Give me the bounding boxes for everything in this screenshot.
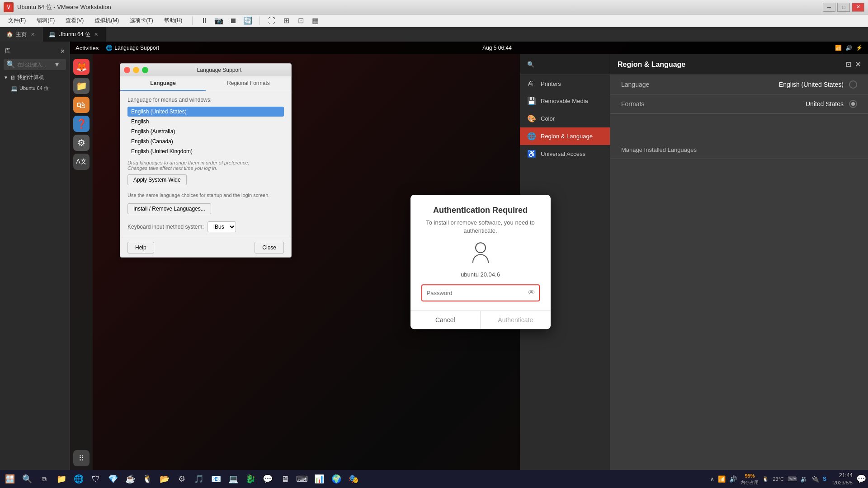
taskbar-browser[interactable]: 🌍 bbox=[328, 471, 344, 487]
network-taskbar-icon[interactable]: 📶 bbox=[718, 475, 726, 483]
cancel-button[interactable]: Cancel bbox=[410, 311, 481, 329]
taskbar-media[interactable]: 💎 bbox=[105, 471, 121, 487]
lang-item-en-uk[interactable]: English (United Kingdom) bbox=[127, 146, 284, 156]
lang-item-en-ca[interactable]: English (Canada) bbox=[127, 136, 284, 146]
dock-apps-icon[interactable]: ⠿ bbox=[73, 450, 90, 466]
eye-icon[interactable]: 👁 bbox=[524, 286, 539, 301]
tab-home[interactable]: 🏠 主页 ✕ bbox=[0, 27, 42, 42]
network-icon[interactable]: 📶 bbox=[835, 45, 842, 51]
taskbar-game[interactable]: 🐉 bbox=[242, 471, 259, 487]
taskbar-typing[interactable]: ⌨ bbox=[294, 471, 310, 487]
language-radio[interactable] bbox=[849, 80, 857, 89]
reset-button[interactable]: 🔄 bbox=[241, 15, 254, 26]
taskbar-folder[interactable]: 📂 bbox=[156, 471, 173, 487]
close-button[interactable]: ✕ bbox=[852, 3, 864, 12]
settings-printers[interactable]: 🖨 Printers bbox=[520, 75, 610, 92]
apply-system-wide-button[interactable]: Apply System-Wide bbox=[127, 174, 187, 185]
lang-maximize-button[interactable] bbox=[142, 67, 148, 73]
volume-taskbar-icon[interactable]: 🔊 bbox=[729, 475, 737, 483]
minimize-button[interactable]: ─ bbox=[823, 3, 835, 12]
manage-languages-row[interactable]: Manage Installed Languages bbox=[610, 141, 868, 159]
lang-item-en-us[interactable]: English (United States) bbox=[127, 107, 284, 117]
settings-color[interactable]: 🎨 Color bbox=[520, 110, 610, 127]
lang-item-en-au[interactable]: English (Australia) bbox=[127, 127, 284, 136]
maximize-button[interactable]: □ bbox=[837, 3, 850, 12]
taskbar-chat[interactable]: 💬 bbox=[259, 471, 276, 487]
dock-lang-icon[interactable]: A文 bbox=[73, 154, 90, 170]
power-indicator-icon[interactable]: ⚡ bbox=[856, 45, 863, 51]
menu-view[interactable]: 查看(V) bbox=[61, 16, 88, 25]
activities-button[interactable]: Activities bbox=[75, 45, 99, 52]
battery-taskbar-icon[interactable]: 🔌 bbox=[811, 475, 819, 483]
snapshot-button[interactable]: 📷 bbox=[212, 15, 225, 26]
taskbar-clock[interactable]: 21:44 2023/8/5 bbox=[830, 472, 853, 486]
lang-help-button[interactable]: Help bbox=[127, 242, 154, 253]
lang-tab-regional[interactable]: Regional Formats bbox=[206, 76, 291, 91]
close-settings-icon[interactable]: ✕ bbox=[855, 60, 861, 69]
vm-display[interactable]: Activities 🌐 Language Support Aug 5 06:4… bbox=[70, 42, 868, 470]
taskbar-penguin[interactable]: 🐧 bbox=[139, 471, 156, 487]
sidebar-my-computer[interactable]: ▼ 🖥 我的计算机 bbox=[0, 72, 70, 83]
password-input[interactable] bbox=[422, 286, 524, 300]
language-support-menu[interactable]: Language Support bbox=[114, 45, 159, 51]
taskbar-antivirus[interactable]: 🛡 bbox=[88, 471, 104, 487]
install-remove-languages-button[interactable]: Install / Remove Languages... bbox=[127, 203, 211, 214]
lang-close-button[interactable] bbox=[124, 67, 130, 73]
pause-button[interactable]: ⏸ bbox=[198, 15, 211, 26]
taskbar-settings[interactable]: ⚙ bbox=[174, 471, 190, 487]
menu-vm[interactable]: 虚拟机(M) bbox=[90, 16, 123, 25]
language-taskbar-icon[interactable]: 🐧 bbox=[762, 476, 769, 482]
dock-appstore-icon[interactable]: 🛍 bbox=[73, 97, 90, 113]
fit-button[interactable]: ⊞ bbox=[280, 15, 292, 26]
dock-firefox-icon[interactable]: 🦊 bbox=[73, 59, 90, 75]
lang-close-footer-button[interactable]: Close bbox=[255, 242, 284, 253]
keyboard-indicator-icon[interactable]: ⌨ bbox=[788, 475, 797, 483]
lang-minimize-button[interactable] bbox=[133, 67, 139, 73]
tab-home-close[interactable]: ✕ bbox=[29, 31, 36, 38]
menu-tabs[interactable]: 选项卡(T) bbox=[125, 16, 157, 25]
authenticate-button[interactable]: Authenticate bbox=[481, 311, 551, 329]
menu-help[interactable]: 帮助(H) bbox=[160, 16, 187, 25]
input-method-icon[interactable]: S bbox=[823, 476, 826, 482]
search-button[interactable]: 🔍 bbox=[19, 471, 35, 487]
keyboard-input-select[interactable]: IBus bbox=[208, 221, 236, 232]
menu-edit[interactable]: 编辑(E) bbox=[32, 16, 59, 25]
stretch-button[interactable]: ⊡ bbox=[294, 15, 307, 26]
taskbar-files[interactable]: 📁 bbox=[53, 471, 70, 487]
volume-icon[interactable]: 🔊 bbox=[845, 45, 852, 51]
taskbar-email[interactable]: 📧 bbox=[208, 471, 224, 487]
taskbar-vm[interactable]: 🖥 bbox=[277, 471, 293, 487]
resize-icon[interactable]: ⊡ bbox=[845, 60, 851, 69]
taskbar-ps[interactable]: 🎭 bbox=[345, 471, 362, 487]
sound-taskbar-icon[interactable]: 🔉 bbox=[800, 475, 808, 483]
taskview-button[interactable]: ⧉ bbox=[36, 471, 52, 487]
formats-radio[interactable] bbox=[849, 100, 857, 108]
lang-item-en[interactable]: English bbox=[127, 117, 284, 127]
start-button[interactable]: 🪟 bbox=[2, 471, 18, 487]
settings-region-language[interactable]: 🌐 Region & Language bbox=[520, 127, 610, 145]
search-dropdown-icon[interactable]: ▾ bbox=[55, 60, 59, 69]
taskbar-up-arrow-icon[interactable]: ∧ bbox=[710, 476, 714, 482]
taskbar-edge[interactable]: 🌐 bbox=[71, 471, 87, 487]
taskbar-chart[interactable]: 📊 bbox=[311, 471, 327, 487]
fullscreen-button[interactable]: ⛶ bbox=[265, 15, 278, 26]
sidebar-search-container[interactable]: 🔍 ▾ bbox=[4, 59, 66, 70]
tab-ubuntu[interactable]: 💻 Ubuntu 64 位 ✕ bbox=[42, 27, 106, 42]
lang-tab-language[interactable]: Language bbox=[120, 76, 206, 91]
tab-ubuntu-close[interactable]: ✕ bbox=[93, 31, 99, 38]
dock-files-icon[interactable]: 📁 bbox=[73, 78, 90, 94]
power-button[interactable]: ⏹ bbox=[227, 15, 240, 26]
settings-removable-media[interactable]: 💾 Removable Media bbox=[520, 92, 610, 110]
sidebar-search-input[interactable] bbox=[17, 62, 53, 67]
taskbar-java[interactable]: ☕ bbox=[122, 471, 138, 487]
notification-icon[interactable]: 💬 bbox=[856, 474, 866, 484]
menu-file[interactable]: 文件(F) bbox=[4, 16, 30, 25]
taskbar-dev[interactable]: 💻 bbox=[225, 471, 241, 487]
console-button[interactable]: ▦ bbox=[309, 15, 321, 26]
sidebar-close-icon[interactable]: ✕ bbox=[60, 48, 65, 55]
dock-help-icon[interactable]: ❓ bbox=[73, 116, 90, 132]
settings-universal-access[interactable]: ♿ Universal Access bbox=[520, 145, 610, 163]
sidebar-ubuntu-vm[interactable]: 💻 Ubuntu 64 位 bbox=[0, 83, 70, 94]
taskbar-music[interactable]: 🎵 bbox=[191, 471, 207, 487]
dock-settings-icon[interactable]: ⚙ bbox=[73, 135, 90, 151]
